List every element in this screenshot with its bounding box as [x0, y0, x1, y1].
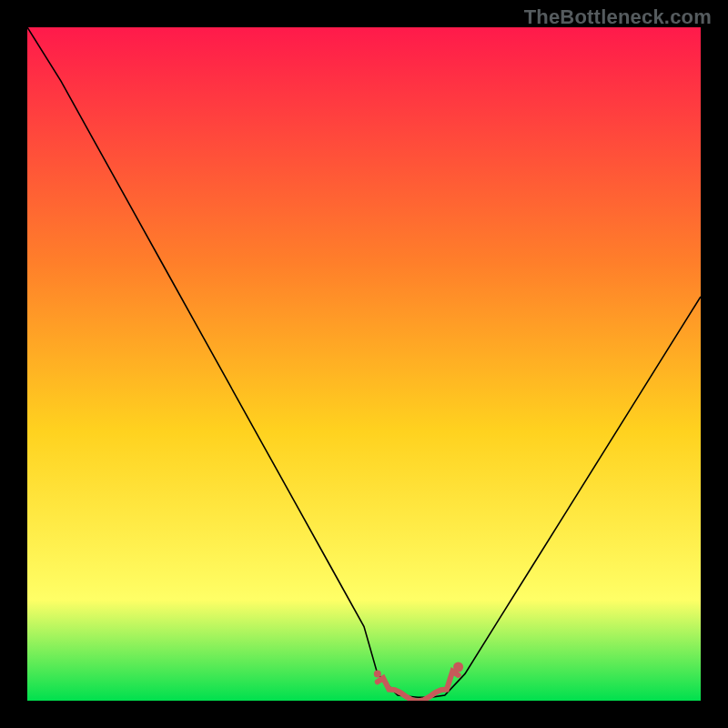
highlight-endpoint-right — [453, 662, 463, 672]
bottleneck-chart: TheBottleneck.com — [0, 0, 728, 728]
watermark-text: TheBottleneck.com — [524, 5, 712, 29]
chart-svg — [27, 27, 701, 701]
highlight-endpoint-left — [374, 670, 381, 677]
gradient-background — [27, 27, 701, 701]
plot-area — [27, 27, 701, 701]
